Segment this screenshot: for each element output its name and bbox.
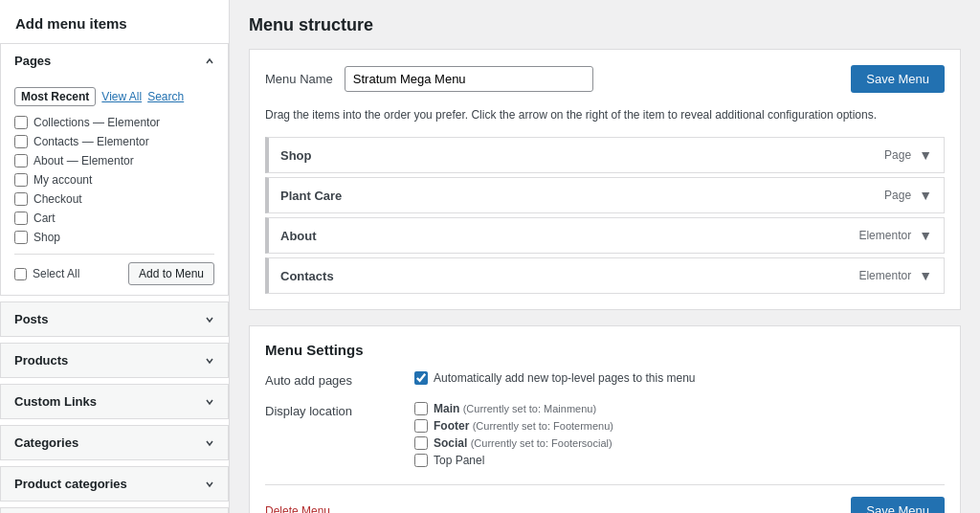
select-all-text: Select All [33, 267, 79, 280]
menu-item-right-0: Page ▼ [884, 147, 932, 163]
main-title: Menu structure [249, 15, 961, 35]
menu-item-expand-0[interactable]: ▼ [919, 147, 932, 163]
menu-item-name-2: About [280, 229, 317, 243]
display-location-content: Main (Currently set to: Mainmenu) Footer… [414, 402, 945, 471]
pages-item-checkbox-2[interactable] [14, 154, 28, 167]
location-footer-note: (Currently set to: Footermenu) [473, 420, 613, 432]
menu-item-name-1: Plant Care [280, 189, 342, 203]
location-social-note: (Currently set to: Footersocial) [471, 437, 612, 449]
auto-add-row: Auto add pages Automatically add new top… [265, 371, 945, 389]
list-item[interactable]: Cart [14, 212, 214, 225]
menu-item-type-1: Page [884, 189, 911, 202]
auto-add-content: Automatically add new top-level pages to… [414, 371, 945, 389]
tab-search[interactable]: Search [147, 90, 184, 103]
pages-item-checkbox-5[interactable] [14, 212, 28, 225]
select-all-checkbox[interactable] [14, 268, 27, 280]
menu-item-plant-care: Plant Care Page ▼ [265, 177, 945, 213]
product-categories-accordion-header[interactable]: Product categories [1, 467, 228, 501]
menu-item-right-1: Page ▼ [884, 188, 932, 203]
pages-item-checkbox-1[interactable] [14, 135, 28, 148]
main-content: Menu structure Menu Name Save Menu Drag … [230, 0, 980, 513]
custom-links-accordion-header[interactable]: Custom Links [1, 385, 228, 418]
product-tags-accordion-header[interactable]: Product tags [1, 508, 228, 513]
list-item[interactable]: Checkout [14, 192, 214, 206]
chevron-down-icon [205, 315, 214, 324]
product-categories-accordion: Product categories [0, 466, 229, 502]
sidebar-title: Add menu items [0, 15, 229, 43]
pages-item-checkbox-4[interactable] [14, 192, 28, 206]
tab-view-all[interactable]: View All [101, 90, 142, 103]
pages-item-label-5: Cart [33, 212, 56, 225]
pages-item-label-2: About — Elementor [33, 154, 134, 167]
location-toppanel-checkbox[interactable] [414, 454, 428, 467]
chevron-up-icon [205, 56, 214, 66]
menu-item-expand-3[interactable]: ▼ [919, 268, 932, 283]
list-item[interactable]: About — Elementor [14, 154, 214, 167]
custom-links-label: Custom Links [14, 394, 97, 409]
pages-item-checkbox-6[interactable] [14, 231, 28, 244]
delete-menu-button[interactable]: Delete Menu [265, 504, 330, 514]
menu-item-name-0: Shop [280, 148, 312, 163]
save-menu-button-top[interactable]: Save Menu [851, 65, 945, 93]
menu-settings-box: Menu Settings Auto add pages Automatical… [249, 325, 961, 513]
add-to-menu-button[interactable]: Add to Menu [128, 262, 214, 285]
pages-item-label-6: Shop [33, 231, 60, 244]
posts-label: Posts [14, 312, 48, 326]
products-accordion-header[interactable]: Products [1, 344, 228, 377]
auto-add-checkbox[interactable] [414, 371, 428, 385]
pages-checkbox-list: Collections — Elementor Contacts — Eleme… [14, 116, 214, 244]
sidebar: Add menu items Pages Most Recent View Al… [0, 0, 230, 513]
categories-accordion-header[interactable]: Categories [1, 426, 228, 459]
location-main-text: Main (Currently set to: Mainmenu) [434, 402, 596, 415]
location-footer-text: Footer (Currently set to: Footermenu) [434, 419, 613, 433]
pages-accordion-header[interactable]: Pages [1, 44, 228, 78]
filter-tabs: Most Recent View All Search [14, 87, 214, 106]
products-accordion: Products [0, 343, 229, 378]
list-item[interactable]: My account [14, 173, 214, 187]
location-social-text: Social (Currently set to: Footersocial) [434, 436, 612, 450]
menu-item-shop: Shop Page ▼ [265, 137, 945, 173]
save-menu-button-bottom[interactable]: Save Menu [851, 497, 945, 513]
categories-accordion: Categories [0, 425, 229, 460]
location-social-checkbox[interactable] [414, 436, 428, 450]
location-main-checkbox[interactable] [414, 402, 428, 415]
menu-item-expand-2[interactable]: ▼ [919, 228, 932, 243]
pages-item-label-0: Collections — Elementor [33, 116, 160, 129]
list-item[interactable]: Collections — Elementor [14, 116, 214, 129]
tab-most-recent[interactable]: Most Recent [14, 87, 96, 106]
menu-item-type-3: Elementor [858, 269, 911, 282]
location-social-label[interactable]: Social (Currently set to: Footersocial) [414, 436, 945, 450]
menu-items-list: Shop Page ▼ Plant Care Page ▼ About [265, 137, 945, 294]
pages-accordion: Pages Most Recent View All Search Collec… [0, 43, 229, 296]
menu-settings-title: Menu Settings [265, 342, 945, 358]
location-footer-label[interactable]: Footer (Currently set to: Footermenu) [414, 419, 945, 433]
location-footer-checkbox[interactable] [414, 419, 428, 433]
menu-item-name-3: Contacts [280, 269, 334, 283]
posts-accordion-header[interactable]: Posts [1, 302, 228, 336]
location-toppanel-text: Top Panel [434, 454, 484, 467]
chevron-down-icon [205, 480, 214, 489]
products-label: Products [14, 353, 68, 368]
select-all-row: Select All Add to Menu [14, 254, 214, 285]
auto-add-checkbox-label[interactable]: Automatically add new top-level pages to… [414, 371, 945, 385]
chevron-down-icon [205, 438, 214, 448]
pages-accordion-body: Most Recent View All Search Collections … [1, 78, 228, 295]
posts-accordion: Posts [0, 301, 229, 337]
menu-item-expand-1[interactable]: ▼ [919, 188, 932, 203]
pages-item-checkbox-3[interactable] [14, 173, 28, 187]
location-main-label[interactable]: Main (Currently set to: Mainmenu) [414, 402, 945, 415]
menu-item-contacts: Contacts Elementor ▼ [265, 257, 945, 294]
pages-label: Pages [14, 54, 51, 68]
chevron-down-icon [205, 397, 214, 407]
list-item[interactable]: Shop [14, 231, 214, 244]
auto-add-text: Automatically add new top-level pages to… [434, 371, 696, 385]
location-toppanel-label[interactable]: Top Panel [414, 454, 945, 467]
menu-item-right-2: Elementor ▼ [858, 228, 932, 243]
drag-instruction: Drag the items into the order you prefer… [265, 106, 945, 123]
select-all-label[interactable]: Select All [14, 267, 79, 280]
list-item[interactable]: Contacts — Elementor [14, 135, 214, 148]
menu-name-input[interactable] [345, 66, 593, 92]
pages-item-checkbox-0[interactable] [14, 116, 28, 129]
menu-name-row: Menu Name Save Menu [265, 65, 945, 93]
auto-add-label: Auto add pages [265, 371, 399, 388]
